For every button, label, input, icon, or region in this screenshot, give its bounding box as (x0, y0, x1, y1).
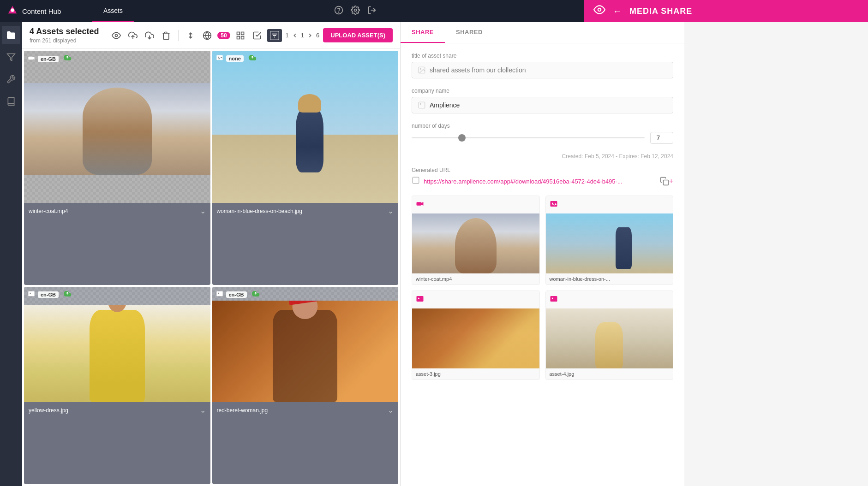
photo-type-icon-3 (216, 290, 223, 299)
svg-point-28 (218, 293, 219, 294)
grid-view-button[interactable] (234, 29, 247, 42)
share-asset-card-3[interactable]: asset-4.jpg (545, 290, 674, 380)
sidebar (0, 22, 22, 486)
export-icon[interactable] (367, 6, 377, 17)
cloud-icon-0 (63, 53, 72, 64)
share-video-icon-0 (416, 200, 424, 210)
top-nav-right-icons (334, 6, 384, 17)
preview-button[interactable] (110, 29, 123, 42)
asset-expand-btn-0[interactable]: ⌄ (200, 207, 206, 215)
page-end: 6 (316, 32, 319, 39)
asset-panel: 4 Assets selected from 261 displayed (22, 22, 401, 486)
share-asset-name-1: woman-in-blue-dress-on-... (546, 273, 673, 284)
share-asset-card-0[interactable]: winter-coat.mp4 (412, 196, 540, 285)
locale-badge-0: en-GB (38, 56, 59, 62)
asset-expand-btn-2[interactable]: ⌄ (200, 406, 206, 415)
assets-selected-count: 4 Assets selected (30, 27, 106, 36)
tab-share[interactable]: SHARE (401, 22, 445, 43)
help-icon[interactable] (334, 6, 343, 17)
per-page-badge[interactable]: 50 (217, 32, 230, 39)
svg-rect-25 (28, 291, 34, 296)
asset-card-1[interactable]: none (212, 51, 399, 285)
select-all-button[interactable] (251, 29, 263, 42)
field-input-wrapper-company (412, 97, 673, 113)
asset-footer-3: red-beret-woman.jpg ⌄ (212, 402, 399, 418)
asset-preview-1 (212, 51, 399, 203)
url-row: https://share.amplience.com/app#/downloa… (412, 176, 673, 186)
title-input[interactable] (430, 66, 667, 74)
days-slider[interactable] (412, 137, 645, 138)
asset-expand-btn-3[interactable]: ⌄ (388, 406, 394, 415)
globe-button[interactable] (201, 29, 214, 42)
svg-marker-36 (421, 202, 424, 206)
asset-card-header-3: en-GB (212, 287, 399, 302)
svg-rect-27 (216, 291, 222, 296)
sort-button[interactable] (184, 29, 197, 42)
svg-rect-37 (550, 201, 557, 207)
tab-shared[interactable]: SHARED (445, 22, 494, 43)
sidebar-item-library[interactable] (2, 92, 20, 111)
share-content: title of asset share company name (401, 43, 684, 486)
download-button[interactable] (143, 29, 156, 42)
prev-page-button[interactable] (291, 31, 299, 40)
asset-footer-0: winter-coat.mp4 ⌄ (24, 203, 210, 219)
pagination: 1 1 6 (286, 31, 320, 40)
cloud-icon-3 (251, 290, 260, 300)
next-page-button[interactable] (306, 31, 314, 40)
upload-button[interactable] (126, 29, 139, 42)
svg-point-7 (115, 34, 118, 36)
brand-logo[interactable]: Content Hub (0, 5, 92, 18)
delete-button[interactable] (160, 29, 173, 42)
svg-rect-35 (417, 202, 422, 206)
toolbar-title-group: 4 Assets selected from 261 displayed (30, 27, 106, 44)
svg-rect-41 (550, 296, 557, 302)
share-asset-card-2[interactable]: asset-3.jpg (412, 290, 540, 380)
asset-name-3: red-beret-woman.jpg (217, 407, 268, 414)
sidebar-item-folder[interactable] (2, 26, 20, 44)
tab-assets[interactable]: Assets (92, 0, 134, 22)
sidebar-item-filter[interactable] (2, 48, 20, 66)
cloud-icon-2 (63, 290, 72, 300)
svg-point-30 (420, 68, 421, 69)
asset-expand-btn-1[interactable]: ⌄ (388, 207, 394, 215)
svg-rect-21 (28, 57, 33, 60)
field-input-wrapper-title (412, 62, 673, 78)
generated-url-link[interactable]: https://share.amplience.com/app#/downloa… (424, 178, 656, 185)
media-share-title: MEDIA SHARE (629, 6, 692, 16)
svg-rect-33 (413, 177, 419, 184)
svg-point-5 (598, 8, 601, 12)
field-label-title: title of asset share (412, 53, 673, 59)
share-asset-preview-2 (412, 308, 539, 368)
share-asset-card-header-2 (412, 291, 539, 308)
media-share-back-button[interactable]: ← (613, 6, 622, 17)
share-asset-name-0: winter-coat.mp4 (412, 273, 539, 284)
share-tabs: SHARE SHARED (401, 22, 684, 43)
copy-url-button[interactable]: + (660, 177, 673, 186)
field-group-url: Generated URL https://share.amplience.co… (412, 167, 673, 186)
days-number-input[interactable] (650, 132, 673, 144)
share-photo-icon-2 (416, 295, 424, 305)
asset-card-3[interactable]: en-GB (212, 287, 399, 484)
sidebar-item-tools[interactable] (2, 70, 20, 89)
company-input[interactable] (430, 101, 667, 109)
share-asset-grid: winter-coat.mp4 (412, 196, 673, 380)
asset-card-2[interactable]: en-GB (24, 287, 210, 484)
asset-card-0[interactable]: en-GB (24, 51, 210, 285)
field-label-company: company name (412, 88, 673, 94)
brand-title: Content Hub (22, 7, 61, 15)
asset-preview-2 (24, 287, 210, 402)
locale-badge-1: none (226, 55, 244, 62)
settings-icon[interactable] (351, 6, 360, 17)
brand-icon (7, 5, 18, 18)
asset-name-1: woman-in-blue-dress-on-beach.jpg (217, 208, 302, 214)
upload-assets-button[interactable]: UPLOAD ASSET(S) (323, 28, 393, 42)
svg-point-26 (30, 293, 31, 294)
from-displayed: from 261 displayed (30, 37, 106, 44)
toolbar-divider-1 (178, 30, 179, 41)
date-info: Created: Feb 5, 2024 - Expires: Feb 12, … (412, 153, 673, 160)
svg-rect-15 (237, 36, 239, 39)
photo-type-icon-1 (216, 54, 223, 63)
share-asset-card-1[interactable]: woman-in-blue-dress-on-... (545, 196, 674, 285)
svg-rect-14 (241, 32, 244, 35)
filter-active-button[interactable] (267, 29, 282, 42)
